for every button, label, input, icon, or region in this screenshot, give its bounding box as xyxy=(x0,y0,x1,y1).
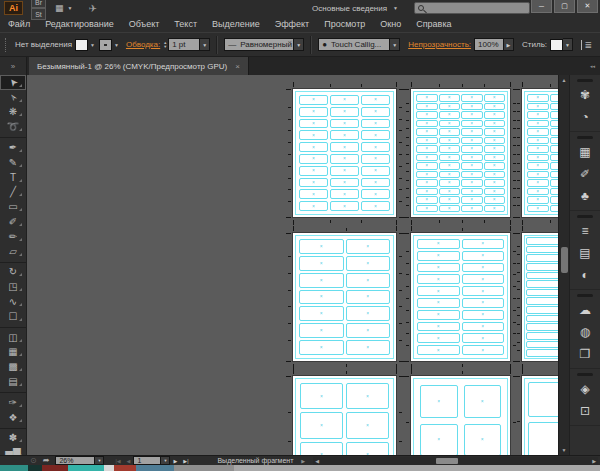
tool-pencil[interactable]: ✏ xyxy=(0,229,26,244)
tool-perspective-grid[interactable]: ▦ xyxy=(0,345,26,360)
artboard-number-field[interactable]: 1 xyxy=(133,456,161,465)
scroll-left-icon[interactable]: ◀ xyxy=(315,456,319,466)
menu-view[interactable]: Просмотр xyxy=(324,19,365,29)
panel-grip[interactable] xyxy=(5,38,7,52)
close-icon[interactable]: × xyxy=(235,62,240,71)
document-tab[interactable]: Безымянный-1 @ 26% (CMYK/Предпросмотр GP… xyxy=(29,57,249,75)
search-input[interactable] xyxy=(414,2,530,14)
tool-rectangle[interactable]: ▭ xyxy=(0,199,26,214)
horizontal-scrollbar[interactable]: ◀ ▶ xyxy=(313,457,598,465)
menu-type[interactable]: Текст xyxy=(174,19,197,29)
menu-object[interactable]: Объект xyxy=(129,19,160,29)
dock-grip[interactable] xyxy=(577,136,593,139)
tools-panel-expand-icon[interactable]: » xyxy=(0,57,27,75)
tool-mesh[interactable]: ▩ xyxy=(0,359,26,374)
brush-definition-caret[interactable]: ▼ xyxy=(390,38,400,51)
canvas[interactable] xyxy=(27,75,558,455)
opacity-panel-link[interactable]: Непрозрачность: xyxy=(408,40,471,49)
prev-artboard-button[interactable]: ◀ xyxy=(127,458,131,464)
chevron-down-icon[interactable]: ▼ xyxy=(90,42,95,48)
tool-pen[interactable]: ✒ xyxy=(0,140,26,155)
workspace-switcher[interactable]: Основные сведения ▼ xyxy=(312,4,402,13)
menu-effect[interactable]: Эффект xyxy=(275,19,309,29)
tool-eyedropper[interactable]: ✑ xyxy=(0,395,26,410)
stroke-weight-stepper[interactable]: ▲▼ xyxy=(163,41,167,49)
style-caret[interactable]: ▼ xyxy=(563,38,573,51)
stroke-weight-field[interactable]: 1 pt xyxy=(168,38,200,51)
close-button[interactable]: ✕ xyxy=(577,0,598,13)
cc-libraries-panel-icon[interactable]: ☁ xyxy=(570,299,600,321)
width-profile-dropdown[interactable]: — Равномерный xyxy=(224,38,294,51)
tool-column-graph[interactable]: ▅▇ xyxy=(0,445,26,455)
tool-symbol-sprayer[interactable]: ✽ xyxy=(0,431,26,446)
brushes-panel-icon[interactable]: ✐ xyxy=(570,163,600,185)
zoom-level-field[interactable]: 26% xyxy=(55,456,95,465)
menu-select[interactable]: Выделение xyxy=(212,19,260,29)
bridge-button[interactable]: Br xyxy=(31,0,46,8)
tool-type[interactable]: T xyxy=(0,170,26,185)
scroll-right-icon[interactable]: ▶ xyxy=(592,456,596,466)
maximize-button[interactable]: ▢ xyxy=(554,0,575,13)
menu-edit[interactable]: Редактирование xyxy=(45,19,114,29)
dock-grip[interactable] xyxy=(577,373,593,376)
tool-shape-builder[interactable]: ◫ xyxy=(0,330,26,345)
opacity-field[interactable]: 100% xyxy=(474,38,504,51)
gpu-performance-icon[interactable]: ✈ xyxy=(88,3,96,14)
vertical-scrollbar-thumb[interactable] xyxy=(561,247,568,273)
menu-window[interactable]: Окно xyxy=(380,19,401,29)
dock-grip[interactable] xyxy=(577,79,593,82)
opacity-slider-button[interactable]: ▶ xyxy=(504,38,514,51)
horizontal-scrollbar-thumb[interactable] xyxy=(436,458,458,464)
brush-definition-dropdown[interactable]: ● Touch Callig... xyxy=(318,38,390,51)
artboards-panel-icon[interactable]: ⊡ xyxy=(570,400,600,422)
chevron-down-icon[interactable]: ▼ xyxy=(114,42,119,48)
vertical-scrollbar[interactable]: ▲ ▼ xyxy=(558,75,569,455)
tool-blend[interactable]: ❖ xyxy=(0,410,26,425)
tool-scale[interactable]: ◳ xyxy=(0,279,26,294)
tool-line-segment[interactable]: ╱ xyxy=(0,185,26,200)
tool-shaper[interactable]: ▱ xyxy=(0,244,26,259)
transparency-panel-icon[interactable]: ◐ xyxy=(570,264,600,286)
last-artboard-button[interactable]: ▶| xyxy=(183,458,188,464)
tool-lasso[interactable]: ➰ xyxy=(0,119,26,134)
tool-magic-wand[interactable]: ❋ xyxy=(0,105,26,120)
symbols-panel-icon[interactable]: ♣ xyxy=(570,185,600,207)
tool-direct-selection[interactable]: ➢ xyxy=(0,90,26,105)
dock-grip[interactable] xyxy=(577,215,593,218)
tool-rotate[interactable]: ↻ xyxy=(0,265,26,280)
tool-free-transform[interactable]: ☐ xyxy=(0,309,26,324)
tool-curvature[interactable]: ✎ xyxy=(0,155,26,170)
stroke-weight-dropdown[interactable]: ▼ xyxy=(200,38,210,51)
layers-panel-icon[interactable]: ◈ xyxy=(570,378,600,400)
tool-gradient[interactable]: ▤ xyxy=(0,374,26,389)
graphic-styles-panel-icon[interactable]: ❐ xyxy=(570,343,600,365)
zoom-percent-icon[interactable]: ⊙ xyxy=(30,456,37,465)
swatches-panel-icon[interactable]: ▦ xyxy=(570,141,600,163)
menu-help[interactable]: Справка xyxy=(416,19,451,29)
menu-file[interactable]: Файл xyxy=(8,19,30,29)
dock-grip[interactable] xyxy=(577,294,593,297)
control-bar-menu-icon[interactable]: ≣ xyxy=(581,40,592,50)
color-panel-icon[interactable]: ✾ xyxy=(570,84,600,106)
tab-bar-collapse-icon[interactable]: ◂◂ xyxy=(590,63,600,69)
stroke-panel-link[interactable]: Обводка: xyxy=(126,40,160,49)
color-guide-panel-icon[interactable]: ◔ xyxy=(570,106,600,128)
zoom-level-dropdown[interactable]: ▼ xyxy=(95,456,104,465)
stroke-color-swatch[interactable] xyxy=(99,39,112,51)
first-artboard-button[interactable]: |◀ xyxy=(115,458,120,464)
next-artboard-button[interactable]: ▶ xyxy=(173,458,177,464)
tool-paintbrush[interactable]: ✐ xyxy=(0,214,26,229)
tool-width[interactable]: ∿ xyxy=(0,294,26,309)
minimize-button[interactable]: ─ xyxy=(531,0,552,13)
artboard-number-dropdown[interactable]: ▼ xyxy=(161,456,170,465)
scroll-up-icon[interactable]: ▲ xyxy=(559,75,569,85)
status-popup-icon[interactable]: ▶ xyxy=(301,458,305,464)
scroll-down-icon[interactable]: ▼ xyxy=(559,445,569,455)
gradient-panel-icon[interactable]: ▤ xyxy=(570,242,600,264)
fill-color-swatch[interactable] xyxy=(75,39,88,51)
appearance-panel-icon[interactable]: ◍ xyxy=(570,321,600,343)
arrange-documents-button[interactable]: ▦ ▼ xyxy=(55,3,76,13)
style-swatch[interactable] xyxy=(550,39,563,51)
export-icon[interactable]: ➦ xyxy=(43,456,50,465)
tool-selection[interactable]: ➤ xyxy=(0,75,26,90)
